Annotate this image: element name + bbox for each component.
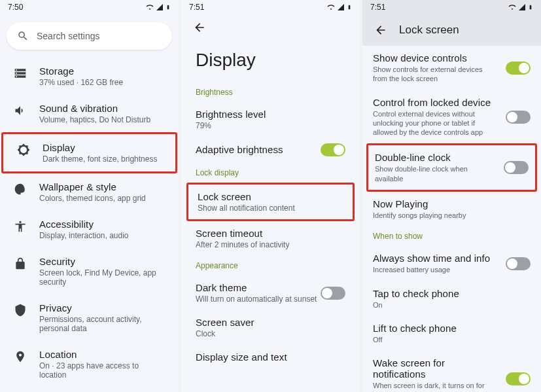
wake-notifications-toggle[interactable] (506, 372, 531, 385)
clock: 7:50 (8, 3, 23, 12)
item-screen-timeout[interactable]: Screen timeoutAfter 2 minutes of inactiv… (181, 221, 360, 256)
signal-icon (156, 3, 164, 11)
item-lift-check[interactable]: Lift to check phoneOff (362, 316, 541, 351)
device-controls-toggle[interactable] (506, 62, 531, 75)
always-show-toggle[interactable] (506, 257, 531, 270)
page-title: Display (181, 41, 360, 82)
clock: 7:51 (189, 3, 204, 12)
location-icon (14, 350, 27, 363)
battery-icon (528, 3, 533, 11)
status-bar: 7:51 (362, 0, 541, 14)
wifi-icon (146, 3, 154, 11)
settings-main-panel: 7:50 Search settings Storage37% used · 1… (0, 0, 179, 392)
back-arrow-icon (374, 24, 387, 37)
lock-icon (14, 257, 27, 270)
item-lock-screen[interactable]: Lock screenShow all notification content (186, 183, 355, 221)
section-lock-display: Lock display (181, 163, 360, 183)
item-dark-theme[interactable]: Dark themeWill turn on automatically at … (181, 276, 360, 310)
search-icon (17, 30, 29, 42)
item-tap-check[interactable]: Tap to check phoneOn (362, 281, 541, 316)
page-title: Lock screen (399, 24, 459, 37)
storage-icon (14, 67, 27, 80)
wallpaper-icon (14, 183, 27, 196)
item-now-playing[interactable]: Now PlayingIdentify songs playing nearby (362, 192, 541, 226)
back-button[interactable] (373, 22, 389, 38)
status-bar: 7:50 (0, 0, 179, 14)
clock: 7:51 (370, 3, 385, 12)
search-placeholder: Search settings (37, 31, 100, 41)
sidebar-item-location[interactable]: LocationOn · 23 apps have access to loca… (0, 341, 179, 387)
item-display-size[interactable]: Display size and text (181, 345, 360, 370)
sidebar-item-privacy[interactable]: PrivacyPermissions, account activity, pe… (0, 294, 179, 341)
sidebar-item-display[interactable]: DisplayDark theme, font size, brightness (1, 132, 177, 173)
battery-icon (166, 3, 171, 11)
signal-icon (337, 3, 345, 11)
sidebar-item-safety[interactable]: ✱ Safety & emergency (0, 387, 179, 392)
sidebar-item-accessibility[interactable]: AccessibilityDisplay, interaction, audio (0, 211, 179, 248)
accessibility-icon (14, 220, 27, 233)
section-brightness: Brightness (181, 82, 360, 102)
lock-screen-panel: 7:51 Lock screen Show device controlsSho… (362, 0, 541, 392)
sidebar-item-security[interactable]: SecurityScreen lock, Find My Device, app… (0, 248, 179, 294)
sidebar-item-storage[interactable]: Storage37% used · 162 GB free (0, 58, 179, 95)
sidebar-item-sound[interactable]: Sound & vibrationVolume, haptics, Do Not… (0, 95, 179, 132)
sound-icon (14, 104, 27, 117)
section-when-to-show: When to show (362, 226, 541, 246)
status-icons (508, 3, 533, 11)
search-input[interactable]: Search settings (7, 22, 172, 50)
signal-icon (518, 3, 526, 11)
item-screen-saver[interactable]: Screen saverClock (181, 310, 360, 345)
display-settings-panel: 7:51 Display Brightness Brightness level… (181, 0, 360, 392)
item-wake-notifications[interactable]: Wake screen for notificationsWhen screen… (362, 351, 541, 392)
item-device-controls[interactable]: Show device controlsShow controls for ex… (362, 46, 541, 90)
wifi-icon (327, 3, 335, 11)
control-locked-toggle[interactable] (506, 111, 531, 124)
status-icons (146, 3, 171, 11)
double-line-clock-toggle[interactable] (504, 161, 529, 174)
adaptive-brightness-toggle[interactable] (321, 143, 345, 156)
status-icons (327, 3, 352, 11)
display-icon (17, 143, 30, 156)
status-bar: 7:51 (181, 0, 360, 14)
battery-icon (347, 3, 352, 11)
section-appearance: Appearance (181, 256, 360, 276)
sidebar-item-wallpaper[interactable]: Wallpaper & styleColors, themed icons, a… (0, 173, 179, 211)
dark-theme-toggle[interactable] (321, 287, 345, 300)
item-brightness-level[interactable]: Brightness level79% (181, 102, 360, 137)
wifi-icon (508, 3, 516, 11)
item-adaptive-brightness[interactable]: Adaptive brightness (181, 137, 360, 163)
item-always-show[interactable]: Always show time and infoIncreased batte… (362, 246, 541, 281)
item-double-line-clock[interactable]: Double-line clockShow double-line clock … (366, 143, 537, 192)
back-arrow-icon (193, 21, 206, 34)
item-control-locked[interactable]: Control from locked deviceControl extern… (362, 90, 541, 144)
back-button[interactable] (192, 20, 207, 35)
privacy-icon (14, 304, 27, 317)
